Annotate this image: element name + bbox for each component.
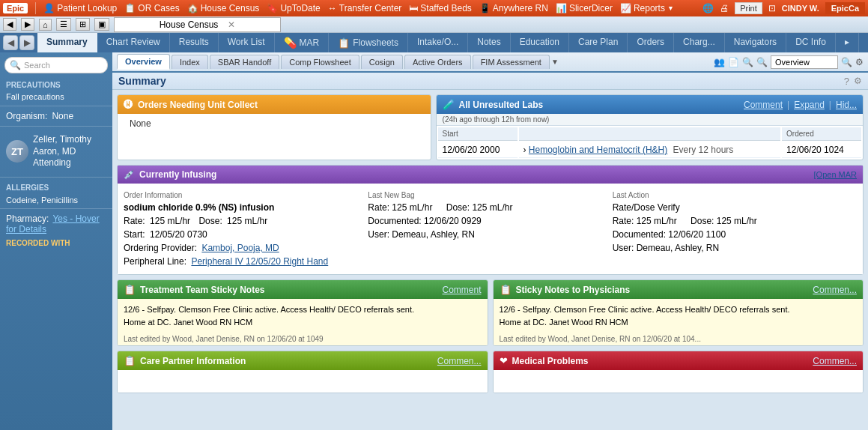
nav-patient-lookup[interactable]: 👤 Patient Lookup: [43, 3, 117, 13]
tab-mar[interactable]: 💊MAR: [275, 33, 330, 52]
close-tab-icon[interactable]: ✕: [228, 19, 235, 30]
tab-intake[interactable]: Intake/O...: [408, 33, 468, 52]
treatment-comment-link[interactable]: Comment: [442, 285, 481, 295]
infusion-body: Order Information sodium chloride 0.9% (…: [118, 184, 863, 274]
tab-summary[interactable]: Summary: [37, 33, 97, 52]
tab-notes[interactable]: Notes: [468, 33, 510, 52]
order-info-label: Order Information: [124, 190, 360, 201]
search2-icon: 🔍: [742, 57, 753, 67]
subtab-fim[interactable]: FIM Assessment: [473, 55, 550, 69]
patient-tab[interactable]: House Census ✕: [114, 17, 282, 32]
labs-col-test: [519, 127, 781, 141]
tab-orders[interactable]: Orders: [628, 33, 674, 52]
sub-navigation: Overview Index SBAR Handoff Comp Flowshe…: [112, 52, 868, 73]
last-action-rate-dose: Rate: 125 mL/hr Dose: 125 mL/hr: [613, 214, 849, 228]
precautions-value: Fall precautions: [0, 91, 112, 103]
medical-problems-icon: ❤: [500, 355, 508, 366]
view-search-button[interactable]: 🔍: [841, 57, 852, 67]
window-button[interactable]: ▣: [94, 18, 109, 31]
subtab-active-orders[interactable]: Active Orders: [404, 55, 471, 69]
infusion-col-order: Order Information sodium chloride 0.9% (…: [124, 190, 368, 268]
medical-problems-body: [494, 370, 864, 393]
mobile-icon: 📱: [479, 3, 491, 13]
labs-comment-link[interactable]: Comment: [744, 100, 783, 110]
fim-dropdown-icon[interactable]: ▼: [551, 58, 559, 66]
epic-logo[interactable]: Epic: [3, 3, 28, 13]
tab-results[interactable]: Results: [170, 33, 219, 52]
line-link[interactable]: Peripheral IV 12/05/20 Right Hand: [191, 256, 328, 267]
infusion-title: Currently Infusing: [139, 169, 216, 180]
infusion-card-header: 💉 Currently Infusing [Open MAR: [118, 166, 863, 184]
nav-uptodate[interactable]: 🔖 UpToDate: [267, 3, 320, 13]
tab-education[interactable]: Education: [511, 33, 569, 52]
nav-slicerdicer[interactable]: 📊 SlicerDicer: [556, 3, 613, 13]
forward-button[interactable]: ▶: [21, 18, 34, 31]
tab-forward-arrow[interactable]: ▶: [19, 35, 34, 50]
subtab-overview[interactable]: Overview: [117, 54, 170, 70]
sidebar-search-box[interactable]: 🔍 Search: [4, 57, 108, 73]
grid-button[interactable]: ⊞: [76, 18, 90, 31]
care-partner-comment-link[interactable]: Commen...: [437, 356, 482, 366]
subtab-cosign[interactable]: Cosign: [361, 55, 403, 69]
settings-icon[interactable]: ⚙: [855, 57, 864, 67]
sidebar: 🔍 Search PRECAUTIONS Fall precautions Or…: [0, 52, 112, 430]
orders-card-header: 🅦 Orders Needing Unit Collect: [118, 95, 431, 114]
medical-problems-title: Medical Problems: [512, 356, 589, 366]
last-bag-documented: Documented: 12/06/20 0929: [368, 214, 604, 228]
last-action-user: User: Demeau, Ashley, RN: [613, 241, 849, 255]
medical-problems-comment-link[interactable]: Commen...: [813, 356, 857, 366]
subtab-sbar[interactable]: SBAR Handoff: [210, 55, 279, 69]
home-button[interactable]: ⌂: [39, 19, 52, 31]
nav-or-cases[interactable]: 📋 OR Cases: [124, 3, 179, 13]
labs-table: Start Ordered 12/06/20 2000 › Hemoglobin…: [437, 126, 863, 160]
labs-ordered-date: 12/06/20 1024: [782, 142, 861, 158]
nav-reports[interactable]: 📈 Reports ▼: [620, 3, 674, 13]
nav-house-census[interactable]: 🏠 House Census: [187, 3, 260, 13]
tab-navigators[interactable]: Navigators: [725, 33, 786, 52]
last-action-label: Last Action: [613, 190, 849, 201]
allergies-value: Codeine, Penicillins: [0, 195, 112, 205]
list-button[interactable]: ☰: [56, 18, 71, 31]
tab-nav-arrows: ◀ ▶: [0, 33, 37, 52]
start-row: Start: 12/05/20 0730: [124, 228, 360, 241]
labs-card-actions: Comment | Expand | Hid...: [744, 100, 857, 110]
nav-staffed-beds[interactable]: 🛏 Staffed Beds: [409, 3, 472, 13]
nav-anywhere-rn[interactable]: 📱 Anywhere RN: [479, 3, 548, 13]
tab-dc-info[interactable]: DC Info: [786, 33, 836, 52]
orders-card-title: Orders Needing Unit Collect: [138, 100, 258, 110]
tab-flowsheets[interactable]: 📋Flowsheets: [329, 33, 408, 52]
tab-chart-review[interactable]: Chart Review: [97, 33, 170, 52]
page-title-bar: Summary ? ⚙: [112, 73, 868, 90]
care-partner-actions: Commen...: [437, 356, 482, 366]
labs-hide-link[interactable]: Hid...: [836, 100, 857, 110]
back-button[interactable]: ◀: [3, 18, 16, 31]
physician-comment-link[interactable]: Commen...: [813, 285, 857, 295]
person-icon: 👤: [43, 3, 55, 13]
subtab-comp-flowsheet[interactable]: Comp Flowsheet: [281, 55, 359, 69]
tab-back-arrow[interactable]: ◀: [3, 35, 18, 50]
allergies-label: ALLERGIES: [0, 181, 112, 195]
print-button[interactable]: Print: [735, 2, 762, 14]
open-mar-link[interactable]: [Open MAR: [814, 170, 857, 179]
labs-expand-link[interactable]: Expand: [794, 100, 825, 110]
tab-charges[interactable]: Charg...: [674, 33, 725, 52]
physician-sticky-card: 📋 Sticky Notes to Physicians Commen... 1…: [493, 279, 864, 346]
tab-more[interactable]: ▸: [836, 33, 859, 52]
last-action-type: Rate/Dose Verify: [613, 201, 849, 214]
subtab-index[interactable]: Index: [172, 55, 208, 69]
chart-icon: 📊: [556, 3, 567, 13]
drug-name: sodium chloride 0.9% (NS) infusion: [124, 201, 360, 214]
view-search-input[interactable]: [771, 55, 838, 69]
divider-2: [0, 126, 112, 127]
provider-link[interactable]: Kamboj, Pooja, MD: [201, 243, 279, 253]
physician-sticky-body: 12/6 - Selfpay. Clemson Free Clinic acti…: [494, 299, 864, 333]
tab-work-list[interactable]: Work List: [219, 33, 275, 52]
nav-transfer-center[interactable]: ↔ Transfer Center: [328, 3, 402, 13]
tab-care-plan[interactable]: Care Plan: [569, 33, 628, 52]
labs-card-title: All Unresulted Labs: [459, 100, 544, 110]
provider-row: Ordering Provider: Kamboj, Pooja, MD: [124, 241, 360, 255]
labs-test-link[interactable]: Hemoglobin and Hematocrit (H&H): [529, 145, 667, 155]
settings2-icon[interactable]: ⚙: [854, 76, 862, 86]
help-icon[interactable]: ?: [844, 76, 849, 87]
labs-icon: 🧪: [443, 99, 455, 110]
